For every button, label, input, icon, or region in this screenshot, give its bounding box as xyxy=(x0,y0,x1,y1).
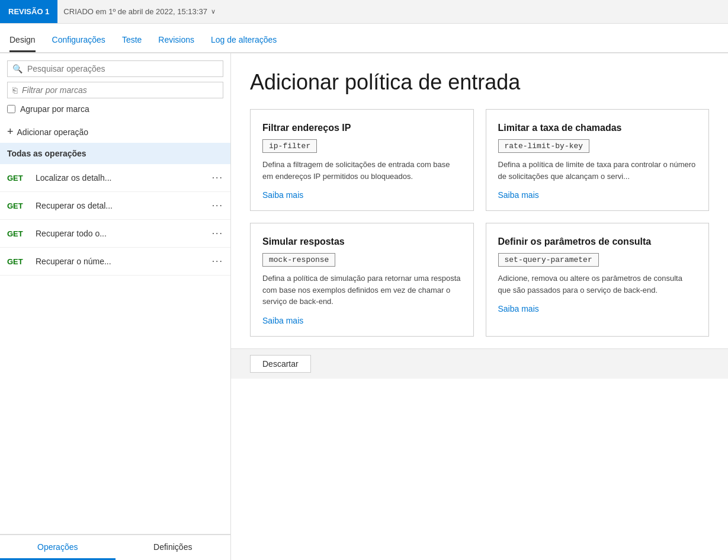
op-method: GET xyxy=(7,201,30,210)
search-box[interactable]: 🔍 xyxy=(7,60,223,77)
sidebar-tab-definicoes[interactable]: Definições xyxy=(116,535,231,560)
op-method: GET xyxy=(7,257,30,266)
op-name: Recuperar o núme... xyxy=(36,257,206,266)
policy-learn-more-link[interactable]: Saiba mais xyxy=(498,190,697,200)
op-more-icon[interactable]: ··· xyxy=(212,228,223,239)
page-title: Adicionar política de entrada xyxy=(231,53,728,109)
top-bar: REVISÃO 1 CRIADO em 1º de abril de 2022,… xyxy=(0,0,728,24)
sidebar-tab-operacoes[interactable]: Operações xyxy=(0,535,116,560)
discard-bar: Descartar xyxy=(231,348,728,379)
tab-revisions[interactable]: Revisions xyxy=(158,35,194,52)
filter-icon: ⎗ xyxy=(12,85,17,95)
sidebar-bottom-tabs: Operações Definições xyxy=(0,534,230,560)
group-by-row: Agrupar por marca xyxy=(0,104,230,114)
policy-code: mock-response xyxy=(262,253,335,267)
list-item[interactable]: GET Localizar os detalh... ··· xyxy=(0,164,230,192)
policy-learn-more-link[interactable]: Saiba mais xyxy=(262,190,461,200)
policy-code: rate-limit-by-key xyxy=(498,139,590,153)
tab-log[interactable]: Log de alterações xyxy=(211,35,277,52)
discard-button[interactable]: Descartar xyxy=(250,355,311,373)
list-item[interactable]: GET Recuperar os detal... ··· xyxy=(0,192,230,220)
policy-code: ip-filter xyxy=(262,139,317,153)
policy-desc: Defina a política de limite de taxa para… xyxy=(498,159,697,182)
plus-icon: + xyxy=(7,126,14,138)
main-layout: 🔍 ⎗ Agrupar por marca + Adicionar operaç… xyxy=(0,53,728,560)
list-item[interactable]: GET Recuperar o núme... ··· xyxy=(0,248,230,276)
revision-badge: REVISÃO 1 xyxy=(0,0,57,23)
policy-desc: Adicione, remova ou altere os parâmetros… xyxy=(498,273,697,296)
policy-code: set-query-parameter xyxy=(498,253,599,267)
policy-grid: Filtrar endereços IP ip-filter Defina a … xyxy=(231,109,728,348)
policy-title: Simular respostas xyxy=(262,236,461,247)
search-input[interactable] xyxy=(27,64,218,73)
revision-created-text: CRIADO em 1º de abril de 2022, 15:13:37 xyxy=(63,7,207,16)
tab-teste[interactable]: Teste xyxy=(122,35,142,52)
policy-learn-more-link[interactable]: Saiba mais xyxy=(262,316,461,325)
op-name: Recuperar os detal... xyxy=(36,201,206,210)
filter-box[interactable]: ⎗ xyxy=(7,82,223,98)
policy-learn-more-link[interactable]: Saiba mais xyxy=(498,304,697,313)
policy-card-mock-response[interactable]: Simular respostas mock-response Defina a… xyxy=(250,223,474,337)
policy-card-rate-limit[interactable]: Limitar a taxa de chamadas rate-limit-by… xyxy=(486,109,710,211)
revision-chevron[interactable]: ∨ xyxy=(211,8,216,15)
policy-title: Filtrar endereços IP xyxy=(262,123,461,133)
add-operation-row[interactable]: + Adicionar operação xyxy=(0,121,230,143)
policy-card-set-query[interactable]: Definir os parâmetros de consulta set-qu… xyxy=(486,223,710,337)
content-area: Adicionar política de entrada Filtrar en… xyxy=(231,53,728,560)
op-more-icon[interactable]: ··· xyxy=(212,256,223,267)
policy-title: Limitar a taxa de chamadas xyxy=(498,123,697,133)
all-operations-item[interactable]: Todas as operações xyxy=(0,143,230,164)
policy-desc: Defina a política de simulação para reto… xyxy=(262,273,461,308)
operations-list: GET Localizar os detalh... ··· GET Recup… xyxy=(0,164,230,534)
group-by-label: Agrupar por marca xyxy=(20,104,89,114)
sidebar: 🔍 ⎗ Agrupar por marca + Adicionar operaç… xyxy=(0,53,231,560)
policy-title: Definir os parâmetros de consulta xyxy=(498,236,697,247)
tab-configuracoes[interactable]: Configurações xyxy=(52,35,105,52)
policy-desc: Defina a filtragem de solicitações de en… xyxy=(262,159,461,182)
tab-bar: Design Configurações Teste Revisions Log… xyxy=(0,24,728,53)
op-more-icon[interactable]: ··· xyxy=(212,172,223,183)
filter-input[interactable] xyxy=(22,85,218,95)
tab-design[interactable]: Design xyxy=(9,35,36,52)
op-method: GET xyxy=(7,229,30,238)
list-item[interactable]: GET Recuperar todo o... ··· xyxy=(0,220,230,248)
op-name: Recuperar todo o... xyxy=(36,229,206,238)
revision-created: CRIADO em 1º de abril de 2022, 15:13:37 … xyxy=(57,7,222,16)
op-method: GET xyxy=(7,174,30,183)
op-more-icon[interactable]: ··· xyxy=(212,200,223,211)
add-operation-label: Adicionar operação xyxy=(17,127,89,137)
op-name: Localizar os detalh... xyxy=(36,173,206,183)
group-by-checkbox[interactable] xyxy=(7,105,15,113)
policy-card-ip-filter[interactable]: Filtrar endereços IP ip-filter Defina a … xyxy=(250,109,474,211)
search-icon: 🔍 xyxy=(12,64,23,73)
